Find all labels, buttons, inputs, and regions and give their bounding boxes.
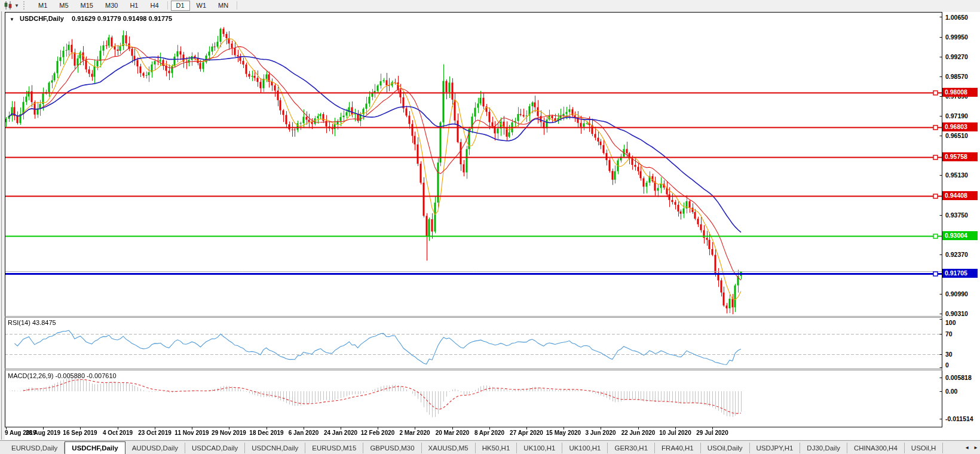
window-edge-divider (1, 11, 2, 440)
price-level-label: 0.94408 (942, 191, 978, 200)
timeframe-button-mn[interactable]: MN (213, 1, 234, 11)
chart-tabs: EURUSD,DailyUSDCHF,DailyAUDUSD,DailyUSDC… (0, 441, 961, 454)
toolbar-separator (237, 1, 237, 10)
date-tick-label: 15 May 2020 (546, 430, 581, 436)
price-tick-label: 1.00650 (945, 13, 968, 22)
rsi-indicator-label: RSI(14) 43.8475 (8, 319, 56, 326)
timeframe-button-h4[interactable]: H4 (145, 1, 164, 11)
chevron-down-icon[interactable]: ▼ (14, 3, 20, 8)
price-tick-label: 0.97190 (945, 112, 968, 120)
macd-tick-label: -0.011514 (945, 415, 973, 423)
macd-tick-label: 0.005818 (945, 373, 972, 382)
price-level-label: 0.98008 (942, 88, 978, 97)
chart-tab-gbpusd-m30[interactable]: GBPUSD,M30 (363, 443, 421, 453)
timeframe-button-h1[interactable]: H1 (124, 1, 143, 11)
top-toolbar: ▼ M1M5M15M30H1H4D1W1MN (0, 0, 980, 11)
price-tick-label: 0.90990 (945, 290, 968, 298)
timeframe-button-d1[interactable]: D1 (171, 1, 190, 11)
price-tick-label: 0.92370 (945, 250, 968, 259)
chart-tab-china300-h4[interactable]: CHINA300,H4 (847, 443, 905, 453)
date-tick-label: 29 Jul 2020 (696, 430, 728, 436)
date-tick-label: 22 Jun 2020 (621, 430, 656, 436)
timeframe-button-w1[interactable]: W1 (191, 1, 212, 11)
rsi-tick-label: 100 (945, 318, 956, 327)
date-tick-label: 20 Mar 2020 (436, 430, 470, 436)
chart-tab-eurusd-daily[interactable]: EURUSD,Daily (5, 443, 65, 453)
date-tick-label: 8 Apr 2020 (474, 430, 504, 436)
date-tick-label: 11 Nov 2019 (174, 430, 209, 436)
chart-tab-ger30-h1[interactable]: GER30,H1 (608, 443, 655, 453)
date-tick-label: 18 Dec 2019 (249, 430, 283, 436)
date-tick-label: 16 Sep 2019 (63, 430, 97, 436)
chart-tab-hk50-h1[interactable]: HK50,H1 (476, 443, 517, 453)
price-tick-label: 0.98570 (945, 72, 968, 81)
chart-tab-usoil-h[interactable]: USOil,H (905, 443, 944, 453)
chart-canvas[interactable] (5, 12, 942, 440)
chart-tab-usdcnh-daily[interactable]: USDCNH,Daily (245, 443, 305, 453)
macd-tick-label: 0.00 (945, 387, 957, 395)
macd-panel-splitter[interactable] (5, 368, 942, 371)
timeframe-toolbar: M1M5M15M30H1H4D1W1MN (32, 0, 240, 11)
chart-title: ▼ USDCHF,Daily 0.91629 0.91779 0.91498 0… (10, 15, 172, 22)
price-tick-label: 0.95130 (945, 171, 968, 179)
date-tick-label: 23 Oct 2019 (138, 430, 172, 436)
symbol-title: USDCHF,Daily (20, 15, 64, 22)
chart-tab-xauusd-m5[interactable]: XAUUSD,M5 (422, 443, 476, 453)
timeframe-button-m15[interactable]: M15 (75, 1, 99, 11)
macd-indicator-label: MACD(12,26,9) -0.005880 -0.007610 (8, 372, 117, 379)
chart-tab-eurusd-m15[interactable]: EURUSD,M15 (305, 443, 363, 453)
toolbar-grip[interactable] (23, 1, 27, 10)
chart-tab-usdchf-daily[interactable]: USDCHF,Daily (65, 441, 125, 454)
chart-tab-usoil-daily[interactable]: USOil,Daily (701, 443, 750, 453)
tab-scroll-left-icon[interactable]: ◄ (964, 445, 969, 450)
timeframe-button-m30[interactable]: M30 (100, 1, 123, 11)
date-tick-label: 10 Jul 2020 (659, 430, 691, 436)
chart-tab-uk100-h1[interactable]: UK100,H1 (562, 443, 608, 453)
date-tick-label: 12 Feb 2020 (361, 430, 395, 436)
price-level-label: 0.93004 (942, 231, 978, 240)
date-tick-label: 4 Oct 2019 (103, 430, 133, 436)
date-tick-label: 6 Jan 2020 (289, 430, 319, 436)
date-tick-label: 2 Mar 2020 (399, 430, 430, 436)
rsi-tick-label: 70 (945, 330, 953, 338)
rsi-tick-label: 30 (945, 350, 953, 358)
price-level-label: 0.96803 (942, 122, 978, 131)
price-tick-label: 0.99950 (945, 33, 968, 41)
collapse-triangle-icon[interactable]: ▼ (10, 17, 14, 22)
price-level-label: 0.95758 (942, 152, 978, 161)
chart-tab-fra40-h1[interactable]: FRA40,H1 (655, 443, 701, 453)
price-tick-label: 0.90310 (945, 309, 968, 318)
tab-scroll-arrows: ◄ ► (961, 441, 978, 454)
date-tick-label: 28 Aug 2019 (26, 430, 60, 436)
ohlc-values: 0.91629 0.91779 0.91498 0.91775 (72, 15, 172, 22)
timeframe-button-m1[interactable]: M1 (33, 1, 53, 11)
candlestick-chart-icon[interactable] (2, 1, 14, 10)
price-tick-label: 0.96510 (945, 131, 968, 140)
date-tick-label: 29 Nov 2019 (212, 430, 246, 436)
date-tick-label: 3 Jun 2020 (585, 430, 615, 436)
chart-tab-uk100-h1[interactable]: UK100,H1 (517, 443, 562, 453)
toolbar-separator (167, 1, 168, 10)
rsi-panel-splitter[interactable] (5, 315, 942, 318)
price-level-label: 0.91705 (942, 269, 978, 278)
date-tick-label: 24 Jan 2020 (324, 430, 357, 436)
tab-scroll-right-icon[interactable]: ► (973, 445, 978, 450)
price-axis[interactable]: 1.006500.999500.992700.985700.978900.971… (942, 12, 980, 440)
price-tick-label: 0.93750 (945, 211, 968, 219)
chart-tab-usdcad-daily[interactable]: USDCAD,Daily (185, 443, 245, 453)
timeframe-button-m5[interactable]: M5 (54, 1, 74, 11)
price-tick-label: 0.99270 (945, 53, 968, 61)
date-axis[interactable]: 9 Aug 201928 Aug 201916 Sep 20194 Oct 20… (0, 428, 942, 439)
chart-tab-bar: EURUSD,DailyUSDCHF,DailyAUDUSD,DailyUSDC… (0, 440, 980, 454)
chart-tab-audusd-daily[interactable]: AUDUSD,Daily (125, 443, 185, 453)
rsi-tick-label: 0 (945, 361, 949, 369)
chart-tab-dj30-daily[interactable]: DJ30,Daily (800, 443, 847, 453)
date-tick-label: 27 Apr 2020 (510, 430, 543, 436)
chart-tab-usdjpy-h1[interactable]: USDJPY,H1 (750, 443, 801, 453)
